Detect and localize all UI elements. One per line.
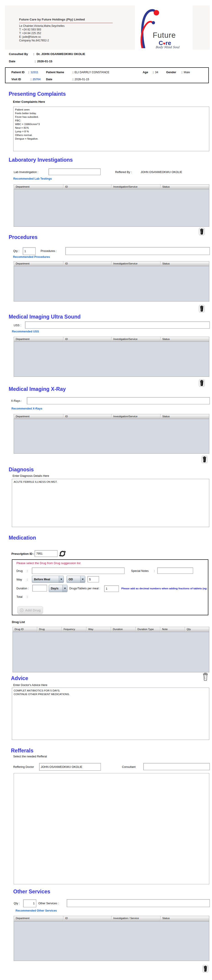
xray-table-body xyxy=(14,419,209,453)
referring-doctor-input[interactable] xyxy=(39,763,101,771)
consultation-page: Future Care by Future Holdings (Pty) Lim… xyxy=(0,0,212,980)
delete-procedure-item-button[interactable] xyxy=(199,305,205,313)
trash-icon xyxy=(199,305,205,312)
column-header-duration[interactable]: Duration xyxy=(111,627,136,632)
diagnosis-textarea[interactable]: ACUTE FEBRILE ILLNESS ON MGT. xyxy=(12,479,209,527)
column-header-way[interactable]: Way xyxy=(87,627,111,632)
duration-type-select[interactable]: Day/s xyxy=(49,585,67,592)
age-label: Age xyxy=(143,71,148,74)
delete-lab-item-button[interactable] xyxy=(199,228,205,236)
column-header-duration-type[interactable]: Duration Type xyxy=(136,627,160,632)
column-header-id[interactable]: ID xyxy=(63,916,111,921)
referral-list-box[interactable] xyxy=(14,773,209,884)
column-header-department[interactable]: Department xyxy=(14,337,63,342)
consultant-input[interactable] xyxy=(143,763,210,770)
diagnosis-caption: Enter Diagnosis Details Here xyxy=(13,474,49,477)
column-header-status[interactable]: Status xyxy=(161,916,209,921)
trash-icon xyxy=(199,379,205,387)
procedures-label: Procedures : xyxy=(40,250,57,253)
frequency-qty-input[interactable] xyxy=(88,576,99,582)
refresh-prescription-button[interactable] xyxy=(59,550,66,558)
consulted-by-label: Consulted By xyxy=(9,52,28,56)
procedures-qty-input[interactable] xyxy=(23,247,35,255)
column-header-investigation[interactable]: Investigation/Service xyxy=(111,261,161,266)
xray-input[interactable] xyxy=(27,397,210,404)
visit-id-value: 25704 xyxy=(32,78,40,81)
column-header-note[interactable]: Note xyxy=(160,627,185,632)
drug-label: Drug xyxy=(16,570,22,573)
duration-type-value: Day/s xyxy=(49,587,63,590)
referring-doctor-label: Reffering Doctor xyxy=(13,765,34,768)
delete-xray-item-button[interactable] xyxy=(201,456,207,464)
prescription-id-label: Prescription ID : xyxy=(11,552,34,555)
xray-table-header: Department ID Investigation/Service Stat… xyxy=(14,414,209,419)
patient-id-value: 12311 xyxy=(31,71,38,74)
lab-investigation-input[interactable] xyxy=(48,169,101,175)
frequency-value: OD xyxy=(67,578,80,581)
frequency-select[interactable]: OD xyxy=(67,576,85,583)
other-services-table-header: Department ID Investigation / Service St… xyxy=(14,916,209,921)
drug-selection-warning: Please select the Drug from Drug suggess… xyxy=(16,562,80,565)
meal-timing-select[interactable]: Before Meal xyxy=(32,576,64,583)
column-header-investigation[interactable]: Investigation/Service xyxy=(111,414,161,419)
column-header-id[interactable]: ID xyxy=(63,337,111,342)
per-meal-input[interactable] xyxy=(104,585,119,592)
add-drug-button[interactable]: + Add Drug xyxy=(17,606,43,614)
column-header-investigation[interactable]: Investigation / Service xyxy=(111,916,161,921)
column-header-department[interactable]: Department xyxy=(14,414,63,419)
delete-drug-item-button[interactable] xyxy=(202,672,209,682)
column-header-investigation[interactable]: Investigation/Service xyxy=(111,337,161,342)
column-header-department[interactable]: Department xyxy=(14,261,63,266)
per-meal-label: Drugs/Tablets per meal : xyxy=(69,587,100,590)
special-notes-input[interactable] xyxy=(157,568,193,574)
complaints-textarea[interactable]: Patient seen Feels better today. Fever h… xyxy=(13,107,209,151)
date-label: Date xyxy=(9,60,15,63)
column-header-qty[interactable]: Qty xyxy=(185,627,209,632)
column-header-department[interactable]: Department xyxy=(14,916,63,921)
duration-input[interactable] xyxy=(32,585,47,592)
lab-table-header: Department ID Investigation/Service Stat… xyxy=(14,185,209,189)
patient-info-bar: Patient ID : 12311 Patient Name : ELI DA… xyxy=(5,67,209,83)
column-header-id[interactable]: ID xyxy=(63,414,111,419)
referred-by-label: Reffered By : xyxy=(115,170,132,174)
consulted-by-value: Dr. JOHN OSANWEOKWU OKOLIE xyxy=(37,52,85,56)
column-header-status[interactable]: Status xyxy=(161,414,209,419)
column-header-id[interactable]: ID xyxy=(63,261,111,266)
drug-input[interactable] xyxy=(32,568,124,574)
other-services-input[interactable] xyxy=(67,899,210,907)
delete-other-service-button[interactable] xyxy=(202,965,208,973)
column-header-investigation[interactable]: Investigation/Service xyxy=(111,185,161,189)
company-phone-1: T: +24 82 593 593 xyxy=(19,28,41,31)
lab-investigation-label: Lab Investingation : xyxy=(14,170,38,174)
recommended-other-services-link: Recommended Other Services xyxy=(16,909,57,912)
column-header-drug[interactable]: Drug xyxy=(37,627,62,632)
advice-textarea[interactable]: COMPLET ANTIBIOTICS FOR 5 DAYS. CONTINUE… xyxy=(12,687,209,740)
prescription-id-input[interactable] xyxy=(35,550,58,557)
uss-input[interactable] xyxy=(25,321,210,329)
column-header-id[interactable]: ID xyxy=(63,185,111,189)
company-phone-2: T: +24 84 225 252 xyxy=(19,32,41,35)
delete-uss-item-button[interactable] xyxy=(199,379,205,387)
other-services-table-body xyxy=(14,921,209,961)
other-services-label: Other Services : xyxy=(38,902,59,905)
column-header-status[interactable]: Status xyxy=(161,337,209,342)
trash-icon xyxy=(199,228,205,235)
logo-word-future: Future xyxy=(153,31,176,40)
other-qty-input[interactable] xyxy=(23,899,36,907)
visit-id-label: Visit ID xyxy=(11,78,21,81)
uss-table-body xyxy=(14,342,209,377)
company-registration-no: Company No.8417652-2 xyxy=(19,39,49,42)
other-qty-label: Qty : xyxy=(14,902,19,905)
column-header-status[interactable]: Status xyxy=(161,185,209,189)
procedures-input[interactable] xyxy=(66,247,210,255)
column-header-status[interactable]: Status xyxy=(161,261,209,266)
chevron-down-icon xyxy=(63,585,67,592)
colon: : xyxy=(28,71,29,74)
column-header-department[interactable]: Department xyxy=(14,185,63,189)
special-notes-label: Special Notes xyxy=(131,570,149,573)
decimal-hint: Please add as decimal numbers when addin… xyxy=(121,587,207,590)
patient-name-value: ELI DARRLY CONSTANCE xyxy=(74,71,109,74)
column-header-drug-id[interactable]: Drug ID xyxy=(13,627,37,632)
age-value: 34 xyxy=(155,71,158,74)
column-header-frequency[interactable]: Fequency xyxy=(62,627,87,632)
